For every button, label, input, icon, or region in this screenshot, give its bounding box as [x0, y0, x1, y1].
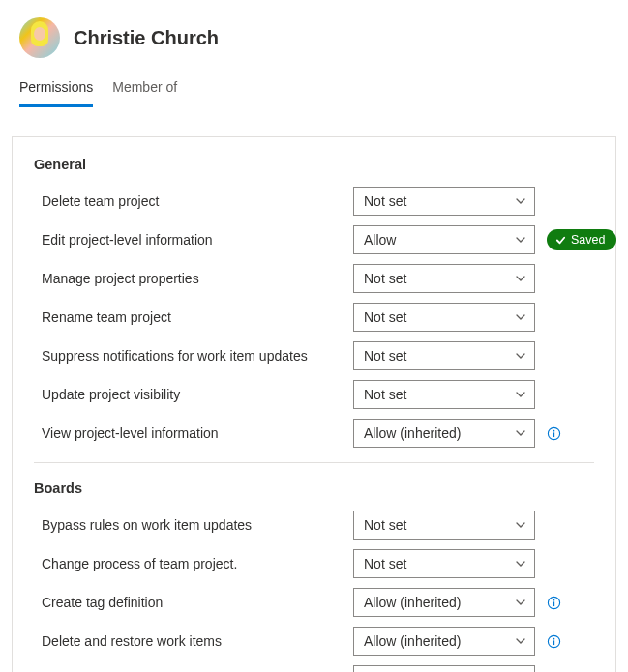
permission-label: Create tag definition: [42, 595, 342, 610]
permission-value: Not set: [364, 193, 406, 209]
chevron-down-icon: [515, 195, 526, 207]
svg-point-1: [553, 429, 555, 431]
page-title: Christie Church: [74, 27, 219, 49]
info-icon[interactable]: [547, 596, 561, 610]
tab-member-of[interactable]: Member of: [112, 73, 177, 107]
permission-row: Change process of team project.Not set: [13, 544, 615, 583]
permission-row: Suppress notifications for work item upd…: [13, 336, 615, 375]
permission-value: Not set: [364, 271, 406, 286]
permission-value: Not set: [364, 387, 406, 402]
permission-label: Bypass rules on work item updates: [42, 517, 342, 533]
info-icon[interactable]: [547, 634, 561, 649]
permission-label: Suppress notifications for work item upd…: [42, 348, 342, 364]
chevron-down-icon: [515, 427, 526, 439]
permissions-panel: General Delete team projectNot setEdit p…: [12, 136, 616, 672]
chevron-down-icon: [515, 519, 526, 531]
permission-label: Edit project-level information: [42, 232, 342, 248]
chevron-down-icon: [515, 311, 526, 323]
permission-select[interactable]: Allow (inherited): [353, 419, 535, 448]
permission-select[interactable]: Not set: [353, 511, 535, 540]
chevron-down-icon: [515, 635, 526, 647]
permission-label: Rename team project: [42, 309, 342, 325]
permission-select[interactable]: Not set: [353, 303, 535, 332]
svg-point-7: [553, 637, 555, 639]
permission-row: Manage project propertiesNot set: [13, 259, 615, 298]
divider: [34, 462, 594, 463]
permission-row: Bypass rules on work item updatesNot set: [13, 506, 615, 544]
permission-label: Update project visibility: [42, 387, 342, 402]
permission-row: Create tag definitionAllow (inherited): [13, 583, 615, 622]
permission-value: Allow: [364, 232, 396, 248]
info-icon[interactable]: [547, 426, 561, 441]
permission-label: Change process of team project.: [42, 556, 342, 571]
chevron-down-icon: [515, 273, 526, 284]
permission-label: Delete team project: [42, 193, 342, 209]
permission-row: Move work items out of this projectNot s…: [13, 660, 615, 672]
chevron-down-icon: [515, 558, 526, 570]
permission-label: View project-level information: [42, 425, 342, 441]
permission-value: Not set: [364, 517, 406, 533]
permission-row: Edit project-level informationAllowSaved: [13, 220, 615, 259]
permission-select[interactable]: Not set: [353, 665, 535, 672]
tab-bar: Permissions Member of: [0, 68, 628, 107]
avatar: [19, 17, 60, 58]
svg-rect-2: [553, 432, 554, 437]
check-icon: [555, 235, 566, 246]
permission-value: Allow (inherited): [364, 425, 461, 441]
permission-row: Update project visibilityNot set: [13, 375, 615, 414]
chevron-down-icon: [515, 234, 526, 246]
section-boards-title: Boards: [13, 479, 615, 506]
tab-permissions[interactable]: Permissions: [19, 73, 93, 107]
permission-label: Delete and restore work items: [42, 633, 342, 649]
svg-point-4: [553, 599, 555, 600]
permission-select[interactable]: Allow: [353, 225, 535, 254]
chevron-down-icon: [515, 350, 526, 362]
permission-select[interactable]: Not set: [353, 187, 535, 216]
chevron-down-icon: [515, 597, 526, 608]
svg-rect-5: [553, 601, 554, 606]
svg-rect-8: [553, 640, 554, 645]
permission-label: Manage project properties: [42, 271, 342, 286]
permission-row: Rename team projectNot set: [13, 298, 615, 336]
saved-label: Saved: [571, 233, 605, 247]
permission-row: View project-level informationAllow (inh…: [13, 414, 615, 453]
permission-select[interactable]: Not set: [353, 341, 535, 370]
permission-row: Delete team projectNot set: [13, 182, 615, 220]
permission-select[interactable]: Allow (inherited): [353, 627, 535, 656]
section-general-title: General: [13, 155, 615, 182]
permission-select[interactable]: Allow (inherited): [353, 588, 535, 617]
chevron-down-icon: [515, 389, 526, 400]
permission-select[interactable]: Not set: [353, 380, 535, 409]
permission-value: Not set: [364, 348, 406, 364]
permission-value: Not set: [364, 309, 406, 325]
saved-badge: Saved: [547, 229, 616, 250]
permission-row: Delete and restore work itemsAllow (inhe…: [13, 622, 615, 660]
permission-value: Not set: [364, 556, 406, 571]
permission-select[interactable]: Not set: [353, 264, 535, 293]
permission-value: Allow (inherited): [364, 595, 461, 610]
permission-value: Allow (inherited): [364, 633, 461, 649]
permission-select[interactable]: Not set: [353, 549, 535, 578]
